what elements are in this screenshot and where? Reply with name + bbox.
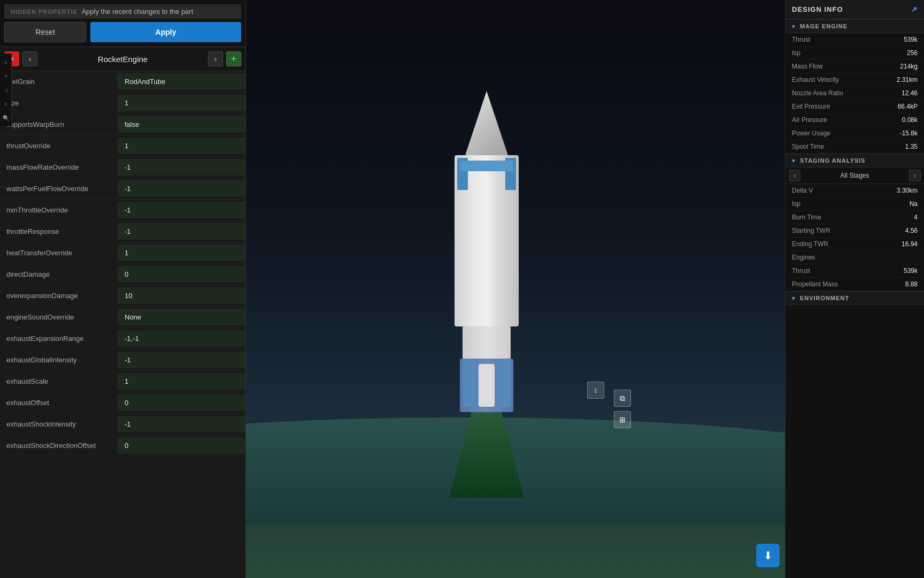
prop-value[interactable]: 0	[118, 266, 245, 283]
staging-next-button[interactable]: ›	[909, 170, 921, 181]
section-header-0[interactable]: ▼MAGE ENGINE	[786, 19, 924, 33]
stat-key: Exhaust Velocity	[792, 76, 839, 83]
table-row[interactable]: exhaustShockIntensity -1	[0, 414, 245, 435]
stat-value: 256	[907, 49, 918, 57]
side-icon-search[interactable]: 🔍	[1, 111, 11, 124]
3d-control-copy[interactable]: ⧉	[614, 390, 631, 407]
rocket-nozzle	[449, 412, 524, 498]
next-button[interactable]: ›	[208, 51, 223, 66]
section-title: MAGE ENGINE	[800, 23, 848, 29]
table-row[interactable]: minThrottleOverride -1	[0, 200, 245, 221]
table-row[interactable]: thrustOverride 1	[0, 135, 245, 157]
prop-value[interactable]: 1	[118, 138, 245, 154]
table-row[interactable]: fuelGrain RodAndTube	[0, 71, 245, 93]
stat-value: 4.56	[905, 227, 918, 234]
prop-value[interactable]: 10	[118, 287, 245, 304]
apply-button[interactable]: Apply	[90, 22, 241, 42]
side-icon-list[interactable]: ≡	[1, 97, 11, 110]
table-row[interactable]: engineSoundOverride None	[0, 307, 245, 328]
table-row[interactable]: heatTransferOverride 1	[0, 242, 245, 264]
tooltip-bar: HIDDEN PROPERTIE Apply the recent change…	[4, 4, 241, 19]
stat-row: Burn Time 4	[786, 211, 924, 224]
prop-value[interactable]: -1,-1	[118, 330, 245, 347]
table-row[interactable]: exhaustScale 1	[0, 371, 245, 392]
table-row[interactable]: massFlowRateOverride -1	[0, 157, 245, 178]
table-row[interactable]: wattsPerFuelFlowOverride -1	[0, 178, 245, 200]
prop-value[interactable]: false	[118, 116, 245, 133]
stat-row: Isp 256	[786, 47, 924, 60]
stat-key: Propellant Mass	[792, 280, 838, 288]
stat-value: 16.94	[902, 240, 918, 248]
table-row[interactable]: directDamage 0	[0, 264, 245, 285]
prop-value[interactable]: 0	[118, 437, 245, 454]
prop-key: throttleResponse	[0, 223, 118, 240]
3d-control-move[interactable]: ↕	[587, 382, 604, 399]
prop-value[interactable]: -1	[118, 352, 245, 368]
prop-value[interactable]: -1	[118, 159, 245, 176]
prop-key: exhaustShockIntensity	[0, 416, 118, 432]
bottom-right-action-button[interactable]: ⬇	[756, 544, 780, 567]
table-row[interactable]: throttleResponse -1	[0, 221, 245, 242]
section-header-2[interactable]: ▼ENVIRONMENT	[786, 291, 924, 305]
rocket-body	[455, 155, 519, 326]
side-icon-menu[interactable]: ≡	[1, 56, 11, 69]
prop-key: fuelGrain	[0, 73, 118, 90]
add-button[interactable]: +	[226, 51, 241, 66]
staging-nav-row: ‹ All Stages ›	[786, 168, 924, 184]
stat-value: Na	[910, 200, 918, 208]
stat-value: 12.46	[902, 89, 918, 97]
prop-value[interactable]: -1	[118, 416, 245, 432]
prop-value[interactable]: 0	[118, 394, 245, 411]
prop-value[interactable]: -1	[118, 202, 245, 218]
prop-value[interactable]: -1	[118, 180, 245, 197]
stat-row: Thrust 539k	[786, 264, 924, 278]
3d-control-action[interactable]: ⊞	[614, 411, 631, 428]
prop-key: size	[0, 95, 118, 111]
prop-value[interactable]: 1	[118, 95, 245, 111]
stat-row: Exhaust Velocity 2.31km	[786, 73, 924, 87]
section-header-1[interactable]: ▼STAGING ANALYSIS	[786, 154, 924, 168]
prop-value[interactable]: -1	[118, 223, 245, 240]
stat-row: Isp Na	[786, 197, 924, 211]
stat-value: 3.30km	[897, 187, 918, 194]
prop-key: directDamage	[0, 266, 118, 283]
table-row[interactable]: exhaustGlobalIntensity -1	[0, 349, 245, 371]
section-title: STAGING ANALYSIS	[800, 157, 866, 164]
stat-value: 4	[914, 214, 918, 221]
prop-value[interactable]: None	[118, 309, 245, 325]
prop-key: exhaustGlobalIntensity	[0, 352, 118, 368]
reset-button[interactable]: Reset	[4, 22, 86, 42]
staging-nav-label: All Stages	[803, 172, 907, 179]
table-row[interactable]: size 1	[0, 93, 245, 114]
design-info-expand-icon[interactable]: ↗	[911, 5, 918, 13]
properties-list: fuelGrain RodAndTube size 1 supportsWarp…	[0, 71, 245, 578]
action-buttons: Reset Apply	[4, 22, 241, 42]
staging-prev-button[interactable]: ‹	[789, 170, 800, 181]
prop-value[interactable]: 1	[118, 373, 245, 390]
table-row[interactable]: exhaustShockDirectionOffset 0	[0, 435, 245, 457]
prop-key: overexpansionDamage	[0, 287, 118, 304]
side-icon-back[interactable]: ◁	[1, 83, 11, 96]
prop-key: thrustOverride	[0, 138, 118, 154]
stat-key: Thrust	[792, 267, 810, 275]
stat-value: 8.88	[905, 280, 918, 288]
table-row[interactable]: exhaustOffset 0	[0, 392, 245, 414]
table-row[interactable]: supportsWarpBurn false	[0, 114, 245, 135]
stat-key: Starting TWR	[792, 227, 830, 234]
prop-value[interactable]: 1	[118, 245, 245, 261]
table-row[interactable]: overexpansionDamage 10	[0, 285, 245, 307]
stat-key: Delta V	[792, 187, 813, 194]
section-triangle-icon: ▼	[791, 158, 797, 164]
stat-value: 0.08k	[902, 116, 918, 124]
side-icon-close[interactable]: ×	[1, 70, 11, 82]
prop-key: exhaustShockDirectionOffset	[0, 437, 118, 454]
part-name-row: × ‹ RocketEngine › +	[0, 47, 245, 71]
prop-value[interactable]: RodAndTube	[118, 73, 245, 90]
toolbar: HIDDEN PROPERTIE Apply the recent change…	[0, 0, 245, 47]
stat-value: 214kg	[900, 63, 918, 70]
prop-key: supportsWarpBurn	[0, 116, 118, 133]
stat-value: 66.4kP	[898, 103, 918, 110]
rocket-3d-model	[449, 91, 524, 498]
table-row[interactable]: exhaustExpansionRange -1,-1	[0, 328, 245, 349]
prev-button[interactable]: ‹	[22, 51, 37, 66]
